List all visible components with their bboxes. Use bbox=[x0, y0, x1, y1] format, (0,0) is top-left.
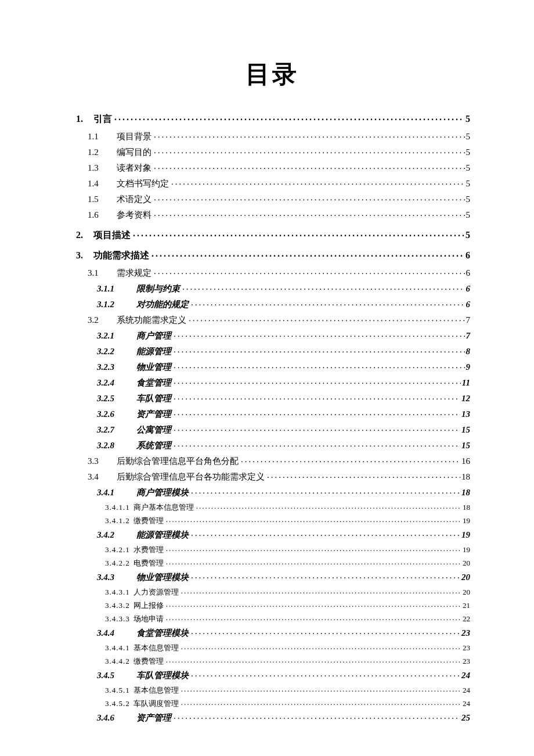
toc-entry-number: 3.4.4 bbox=[97, 629, 136, 638]
toc-leader bbox=[154, 162, 465, 171]
toc-entry[interactable]: 1.4文档书写约定5 bbox=[74, 178, 470, 188]
toc-leader bbox=[174, 345, 465, 354]
toc-entry[interactable]: 3.1.1限制与约束6 bbox=[74, 283, 470, 293]
toc-entry-page: 5 bbox=[465, 148, 471, 157]
toc-entry[interactable]: 3.4.1.1商户基本信息管理18 bbox=[74, 502, 470, 511]
toc-entry[interactable]: 1.1项目背景5 bbox=[74, 131, 470, 141]
toc-entry-number: 3.1 bbox=[88, 269, 117, 278]
toc-entry-page: 23 bbox=[461, 644, 470, 651]
toc-entry-page: 25 bbox=[460, 714, 470, 722]
toc-leader bbox=[267, 471, 460, 480]
toc-entry-page: 23 bbox=[460, 629, 470, 638]
toc-entry-number: 1. bbox=[74, 114, 93, 124]
toc-entry[interactable]: 3.2.2能源管理8 bbox=[74, 345, 470, 356]
toc-entry[interactable]: 3.功能需求描述6 bbox=[74, 249, 470, 260]
toc-entry[interactable]: 1.6参考资料5 bbox=[74, 209, 470, 219]
toc-entry-page: 19 bbox=[461, 546, 470, 553]
toc-leader bbox=[166, 545, 461, 552]
toc-entry-page: 5 bbox=[465, 164, 471, 172]
toc-entry-number: 3.4.3.3 bbox=[105, 615, 134, 622]
toc-entry[interactable]: 3.4.6资产管理25 bbox=[74, 712, 470, 722]
toc-entry[interactable]: 3.4.3.3场地申请22 bbox=[74, 614, 470, 622]
toc-entry[interactable]: 3.4后勤综合管理信息平台各功能需求定义18 bbox=[74, 471, 470, 481]
toc-entry[interactable]: 3.2系统功能需求定义7 bbox=[74, 314, 470, 325]
toc-entry[interactable]: 3.3后勤综合管理信息平台角色分配16 bbox=[74, 455, 470, 466]
toc-entry[interactable]: 3.4.4.2缴费管理23 bbox=[74, 656, 470, 665]
toc-entry[interactable]: 3.1.2对功能的规定6 bbox=[74, 298, 470, 309]
toc-entry[interactable]: 1.5术语定义5 bbox=[74, 193, 470, 204]
toc-entry-page: 24 bbox=[461, 686, 470, 694]
toc-entry[interactable]: 3.4.2.1水费管理19 bbox=[74, 545, 470, 553]
toc-entry-label: 需求规定 bbox=[117, 269, 154, 278]
toc-entry-page: 7 bbox=[465, 316, 471, 325]
toc-entry-number: 3.4.3.1 bbox=[105, 588, 134, 596]
document-page: 目录 1.引言51.1项目背景51.2编写目的51.3读者对象51.4文档书写约… bbox=[0, 0, 534, 756]
toc-entry[interactable]: 3.2.8系统管理15 bbox=[74, 440, 470, 450]
toc-title: 目录 bbox=[74, 58, 470, 91]
toc-entry-page: 6 bbox=[465, 269, 471, 278]
toc-entry[interactable]: 3.4.3.2网上报修21 bbox=[74, 600, 470, 609]
toc-entry-page: 19 bbox=[460, 531, 470, 539]
toc-entry-page: 19 bbox=[461, 517, 470, 524]
toc-entry-page: 5 bbox=[465, 211, 471, 219]
toc-entry-page: 5 bbox=[464, 231, 470, 240]
toc-leader bbox=[154, 193, 465, 202]
toc-entry-page: 15 bbox=[460, 441, 470, 450]
toc-leader bbox=[166, 656, 461, 664]
toc-entry-label: 编写目的 bbox=[117, 148, 154, 157]
toc-entry[interactable]: 1.3读者对象5 bbox=[74, 162, 470, 172]
toc-entry-number: 1.4 bbox=[88, 179, 117, 188]
toc-entry-label: 资产管理 bbox=[136, 410, 174, 419]
toc-entry-number: 3.3 bbox=[88, 457, 117, 466]
toc-entry-number: 3.1.1 bbox=[97, 285, 136, 293]
toc-leader bbox=[241, 455, 460, 464]
toc-entry-label: 基本信息管理 bbox=[134, 686, 181, 694]
toc-leader bbox=[174, 361, 465, 370]
toc-entry-label: 缴费管理 bbox=[134, 657, 166, 665]
toc-entry[interactable]: 3.2.7公寓管理15 bbox=[74, 424, 470, 434]
toc-entry[interactable]: 3.4.2能源管理模块19 bbox=[74, 529, 470, 539]
toc-entry-label: 公寓管理 bbox=[136, 426, 174, 434]
toc-leader bbox=[191, 529, 460, 538]
toc-entry-label: 项目背景 bbox=[117, 132, 154, 141]
toc-entry[interactable]: 3.1需求规定6 bbox=[74, 267, 470, 278]
toc-leader bbox=[154, 131, 465, 139]
toc-entry[interactable]: 3.2.1商户管理7 bbox=[74, 330, 470, 340]
toc-entry-number: 3.2.1 bbox=[97, 332, 136, 340]
toc-entry[interactable]: 3.4.1.2缴费管理19 bbox=[74, 516, 470, 524]
toc-entry-label: 网上报修 bbox=[134, 602, 166, 609]
toc-entry[interactable]: 3.2.3物业管理9 bbox=[74, 361, 470, 372]
toc-entry-label: 系统管理 bbox=[136, 441, 174, 450]
toc-entry[interactable]: 3.4.3.1人力资源管理20 bbox=[74, 587, 470, 596]
toc-entry[interactable]: 3.4.5车队管理模块24 bbox=[74, 669, 470, 680]
toc-entry[interactable]: 3.4.4.1基本信息管理23 bbox=[74, 643, 470, 651]
toc-entry[interactable]: 2.项目描述5 bbox=[74, 229, 470, 240]
toc-leader bbox=[166, 600, 461, 608]
toc-entry-page: 6 bbox=[465, 300, 471, 309]
toc-entry-number: 3.2.8 bbox=[97, 441, 136, 450]
toc-entry-page: 16 bbox=[460, 457, 470, 466]
toc-entry[interactable]: 1.引言5 bbox=[74, 113, 470, 124]
toc-entry[interactable]: 3.4.2.2电费管理20 bbox=[74, 558, 470, 567]
toc-entry-number: 3.4.2.1 bbox=[105, 546, 134, 553]
toc-entry[interactable]: 3.4.5.1基本信息管理24 bbox=[74, 685, 470, 694]
toc-entry-label: 物业管理模块 bbox=[136, 573, 191, 582]
toc-entry[interactable]: 1.2编写目的5 bbox=[74, 146, 470, 157]
toc-entry-number: 3.4.1.1 bbox=[105, 503, 134, 511]
toc-entry[interactable]: 3.2.4食堂管理11 bbox=[74, 377, 470, 387]
toc-entry-label: 车队管理 bbox=[136, 394, 174, 403]
toc-entry[interactable]: 3.4.5.2车队调度管理24 bbox=[74, 699, 470, 707]
toc-entry[interactable]: 3.4.3物业管理模块20 bbox=[74, 571, 470, 582]
toc-entry-label: 水费管理 bbox=[134, 546, 166, 553]
toc-entry-page: 5 bbox=[465, 195, 471, 204]
toc-leader bbox=[166, 558, 461, 566]
toc-entry-label: 功能需求描述 bbox=[93, 251, 151, 260]
toc-entry[interactable]: 3.4.1商户管理模块18 bbox=[74, 487, 470, 497]
toc-entry-page: 6 bbox=[464, 251, 470, 260]
toc-entry[interactable]: 3.2.5车队管理12 bbox=[74, 393, 470, 403]
toc-leader bbox=[181, 685, 461, 693]
toc-entry-number: 3. bbox=[74, 251, 93, 260]
toc-entry-label: 商户管理 bbox=[136, 332, 174, 340]
toc-entry[interactable]: 3.4.4食堂管理模块23 bbox=[74, 627, 470, 638]
toc-entry[interactable]: 3.2.6资产管理13 bbox=[74, 408, 470, 419]
